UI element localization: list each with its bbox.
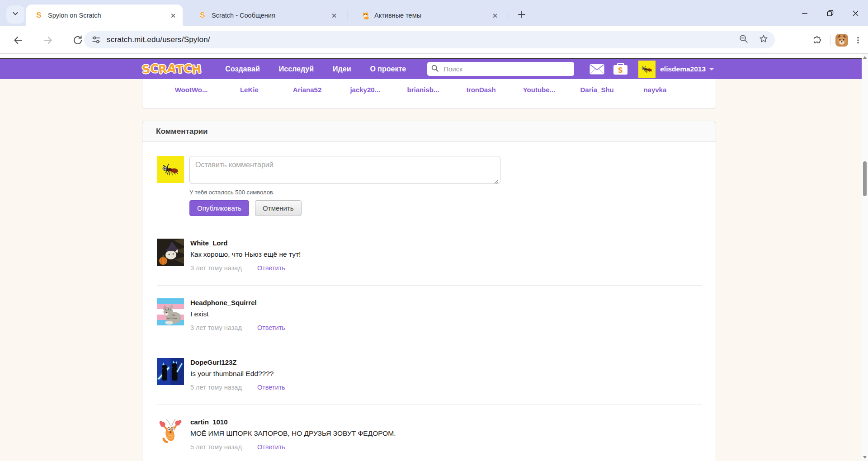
cancel-comment-button[interactable]: Отменить (255, 200, 302, 216)
friend-link[interactable]: Youtube... (510, 86, 568, 108)
reply-link[interactable]: Ответить (257, 264, 285, 272)
scratch-s-favicon: S (198, 11, 207, 20)
scratch-cat-favicon (361, 11, 370, 20)
browser-tab-strip: S Spylon on Scratch ✕ S Scratch - Сообще… (0, 0, 868, 26)
friend-link[interactable]: nayvka (626, 86, 684, 108)
address-bar[interactable]: scratch.mit.edu/users/Spylon/ (84, 31, 775, 48)
own-avatar (157, 156, 184, 183)
minimize-button[interactable] (792, 0, 817, 26)
scratch-search-box[interactable] (427, 62, 574, 76)
search-icon (431, 64, 439, 74)
commenter-avatar[interactable] (157, 239, 184, 266)
commenter-avatar[interactable] (157, 298, 184, 325)
comment-text: МОЁ ИМЯ ШПОРК ЗАПОРОВ, НО ДРУЗЬЯ ЗОВУТ Ф… (190, 429, 396, 438)
toolbar-separator (830, 35, 831, 46)
site-settings-icon[interactable] (91, 35, 101, 45)
window-controls (792, 0, 868, 26)
comment-time: 3 лет тому назад (190, 324, 242, 331)
commenter-avatar[interactable] (157, 358, 184, 385)
comment-item: White_Lord Как хорошо, что Ньюз ещё не т… (157, 226, 702, 285)
friends-row-card: WootWo... LeKie Ariana52 jacky20... bria… (142, 79, 716, 109)
friend-link[interactable]: IronDash (452, 86, 510, 108)
post-comment-button[interactable]: Опубликовать (189, 200, 249, 216)
chevron-down-icon (12, 10, 19, 19)
close-window-button[interactable] (843, 0, 868, 26)
nav-link-explore[interactable]: Исследуй (269, 65, 323, 73)
reply-link[interactable]: Ответить (257, 324, 285, 331)
tab-divider (508, 11, 508, 20)
comment-time: 3 лет тому назад (190, 264, 242, 272)
comment-item: DopeGurl123Z Is your thumbnail Edd???? 5… (157, 345, 702, 405)
tab-close-icon[interactable]: ✕ (491, 11, 499, 19)
tab-title: Scratch - Сообщения (212, 12, 330, 19)
browser-toolbar: scratch.mit.edu/users/Spylon/ (0, 26, 868, 54)
friend-link[interactable]: jacky20... (336, 86, 394, 108)
tab-divider (348, 11, 348, 20)
comment-username[interactable]: DopeGurl123Z (190, 358, 285, 367)
browser-menu-button[interactable] (848, 36, 868, 44)
zoom-out-icon[interactable] (739, 34, 749, 46)
comments-section-title: Комментарии (142, 121, 716, 142)
friend-link[interactable]: brianisb... (394, 86, 452, 108)
comment-text: Как хорошо, что Ньюз ещё не тут! (190, 250, 301, 259)
tab-close-icon[interactable]: ✕ (330, 11, 338, 19)
back-button[interactable] (9, 26, 27, 54)
tab-search-button[interactable] (6, 5, 24, 24)
nav-link-ideas[interactable]: Идеи (323, 65, 360, 73)
scratch-s-favicon: S (34, 11, 43, 20)
comment-username[interactable]: Headphone_Squirrel (190, 298, 285, 307)
nav-link-create[interactable]: Создавай (216, 65, 269, 73)
friend-link[interactable]: Ariana52 (278, 86, 336, 108)
comment-username[interactable]: White_Lord (190, 239, 301, 247)
comment-textarea[interactable] (189, 156, 500, 184)
toolbar-right-cluster (808, 26, 868, 54)
account-caret-icon (709, 68, 714, 71)
comment-username[interactable]: cartin_1010 (190, 418, 396, 426)
browser-profile-avatar[interactable] (835, 34, 848, 47)
account-menu[interactable]: elisdema2013 (638, 61, 714, 78)
svg-text:S: S (618, 66, 623, 75)
comments-list: White_Lord Как хорошо, что Ньюз ещё не т… (157, 226, 702, 461)
extensions-button[interactable] (808, 35, 826, 45)
comments-card: Комментарии (142, 121, 716, 461)
browser-tab-messages[interactable]: S Scratch - Сообщения ✕ (190, 5, 344, 26)
scratch-navbar: SCRATCH Создавай Исследуй Идеи О проекте (0, 58, 862, 79)
comment-composer: У тебя осталось 500 символов. Опубликова… (157, 156, 702, 216)
page-top-strip (0, 54, 862, 58)
messages-envelope-icon[interactable] (585, 64, 609, 75)
commenter-avatar[interactable] (157, 418, 184, 445)
nav-link-about[interactable]: О проекте (360, 65, 415, 73)
new-tab-button[interactable] (514, 7, 529, 22)
comment-text: I exist (190, 310, 285, 319)
browser-tab-active[interactable]: S Spylon on Scratch ✕ (26, 5, 183, 26)
url-text[interactable]: scratch.mit.edu/users/Spylon/ (107, 35, 210, 44)
tab-close-icon[interactable]: ✕ (169, 11, 177, 19)
scrollbar-down-arrow-icon[interactable] (862, 454, 868, 461)
page-viewport: SCRATCH Создавай Исследуй Идеи О проекте (0, 54, 868, 461)
comment-time: 5 лет тому назад (190, 443, 242, 451)
friend-link[interactable]: Daria_Shu (568, 86, 626, 108)
tab-title: Активные темы (374, 12, 491, 19)
bookmark-star-icon[interactable] (759, 34, 769, 46)
restore-button[interactable] (817, 0, 843, 26)
chars-remaining-label: У тебя осталось 500 символов. (189, 189, 500, 196)
scrollbar-up-arrow-icon[interactable] (862, 54, 868, 61)
username-label: elisdema2013 (660, 65, 706, 73)
scratch-logo[interactable]: SCRATCH (142, 62, 201, 75)
page-scrollbar[interactable] (862, 54, 868, 461)
comment-item: cartin_1010 МОЁ ИМЯ ШПОРК ЗАПОРОВ, НО ДР… (157, 405, 702, 461)
search-input[interactable] (443, 65, 571, 73)
tab-title: Spylon on Scratch (48, 12, 169, 19)
friend-link[interactable]: LeKie (220, 86, 278, 108)
my-stuff-folder-icon[interactable]: S (609, 63, 632, 75)
scrollbar-thumb[interactable] (863, 161, 867, 196)
friend-link[interactable]: WootWo... (162, 86, 220, 108)
browser-tab-topics[interactable]: Активные темы ✕ (353, 5, 505, 26)
comment-item: Headphone_Squirrel I exist 3 лет тому на… (157, 285, 702, 345)
user-avatar-ant (638, 61, 656, 78)
comment-text: Is your thumbnail Edd???? (190, 369, 285, 378)
reply-link[interactable]: Ответить (257, 384, 285, 391)
reply-link[interactable]: Ответить (257, 443, 285, 451)
comment-time: 5 лет тому назад (190, 384, 242, 391)
forward-button[interactable] (39, 26, 57, 54)
